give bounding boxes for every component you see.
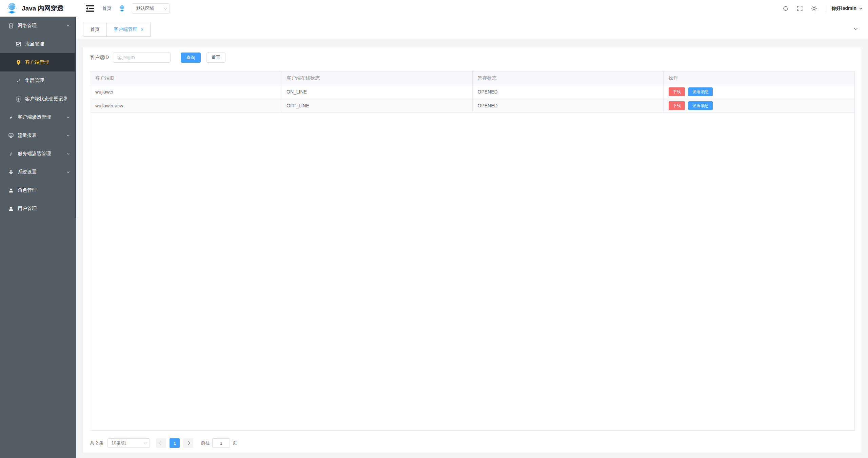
search-label: 客户端ID [90, 55, 109, 61]
table-cell-actions: 下线发送消息 [664, 99, 855, 113]
sidebar-item[interactable]: 流量报表 [0, 126, 76, 145]
menu-fold-icon[interactable] [85, 3, 95, 14]
ufo-logo-icon [5, 2, 18, 15]
document-icon [8, 23, 14, 29]
region-select[interactable]: 默认区域 [132, 3, 170, 14]
pin-icon [16, 60, 21, 65]
ufo-logo-icon [118, 5, 126, 12]
content-card: 客户端ID 查询 重置 客户端ID客户端在线状态暂存状态操作 wujiaweiO… [83, 47, 862, 453]
next-page-button[interactable] [183, 438, 193, 448]
page-number-button[interactable]: 1 [170, 438, 180, 448]
user-icon [8, 188, 14, 193]
sidebar-item[interactable]: 角色管理 [0, 181, 76, 200]
chevron-down-icon [66, 170, 70, 174]
send-message-button[interactable]: 发送消息 [688, 101, 713, 110]
client-id-input[interactable] [113, 53, 171, 63]
prev-page-button[interactable] [156, 438, 166, 448]
offline-button[interactable]: 下线 [669, 87, 685, 96]
tab-actions-button[interactable] [853, 26, 859, 32]
chevron-left-icon [159, 441, 163, 445]
sidebar-scrollbar[interactable] [75, 17, 76, 218]
goto-page-input[interactable] [212, 438, 230, 448]
chevron-down-icon [144, 440, 147, 444]
sidebar-item[interactable]: 网络管理 [0, 17, 76, 35]
search-form: 客户端ID 查询 重置 [90, 53, 855, 63]
column-header: 客户端ID [90, 71, 281, 85]
column-header: 操作 [664, 71, 855, 85]
sidebar-item[interactable]: 系统设置 [0, 163, 76, 181]
chevron-down-icon [66, 115, 70, 119]
link-icon [16, 78, 21, 84]
sidebar-item-label: 集群管理 [25, 78, 44, 84]
top-bar: Java 内网穿透 首页 默认区域 [0, 0, 868, 17]
table-cell-client-id: wujiawei-acw [90, 99, 281, 113]
sidebar-item[interactable]: 服务端渗透管理 [0, 145, 76, 163]
page-size-value: 10条/页 [111, 440, 144, 446]
tab-label: 客户端管理 [114, 26, 137, 33]
table-cell-actions: 下线发送消息 [664, 85, 855, 99]
sidebar-item-label: 流量报表 [18, 132, 37, 139]
column-header: 客户端在线状态 [281, 71, 473, 85]
reset-button[interactable]: 重置 [206, 53, 225, 63]
link-icon [8, 114, 14, 120]
chevron-down-icon [859, 6, 863, 11]
refresh-icon[interactable] [782, 5, 789, 12]
column-header: 暂存状态 [472, 71, 664, 85]
tab-label: 首页 [90, 26, 100, 33]
sidebar-item-label: 服务端渗透管理 [18, 151, 51, 157]
table-cell-store-status: OPENED [472, 99, 664, 113]
chevron-down-icon [163, 6, 167, 9]
fullscreen-icon[interactable] [796, 5, 803, 12]
clients-table: 客户端ID客户端在线状态暂存状态操作 wujiaweiON_LINEOPENED… [90, 71, 855, 431]
send-message-button[interactable]: 发送消息 [688, 87, 713, 96]
chevron-down-icon [853, 26, 859, 32]
sidebar-item[interactable]: 集群管理 [0, 71, 76, 90]
tab[interactable]: 客户端管理× [106, 22, 151, 37]
user-menu[interactable]: 你好!admin [831, 5, 863, 12]
table-row: wujiawei-acwOFF_LINEOPENED下线发送消息 [90, 99, 854, 113]
pagination: 共 2 条 10条/页 1 前往 页 [90, 438, 237, 448]
chevron-down-icon [66, 152, 70, 156]
table-cell-store-status: OPENED [472, 85, 664, 99]
goto-label: 前往 [201, 440, 210, 446]
sidebar-item-label: 客户端渗透管理 [18, 114, 51, 120]
app-logo-area: Java 内网穿透 [0, 0, 76, 17]
board-icon [8, 133, 14, 139]
theme-gear-icon[interactable] [811, 5, 817, 12]
divider [825, 5, 825, 12]
app-title: Java 内网穿透 [22, 4, 64, 13]
sidebar-item-label: 流量管理 [25, 41, 44, 47]
page-unit-label: 页 [233, 440, 237, 446]
sidebar-item-label: 网络管理 [18, 23, 37, 29]
tab[interactable]: 首页 [83, 22, 107, 37]
link-icon [8, 151, 14, 157]
query-button[interactable]: 查询 [181, 53, 201, 63]
table-cell-client-id: wujiawei [90, 85, 281, 99]
table-header-row: 客户端ID客户端在线状态暂存状态操作 [90, 71, 854, 85]
sidebar-item[interactable]: 客户端管理 [0, 53, 76, 71]
chevron-up-icon [66, 24, 70, 28]
sidebar-item-label: 客户端状态变更记录 [25, 96, 68, 102]
sidebar-item-label: 系统设置 [18, 169, 37, 175]
chevron-right-icon [186, 441, 190, 445]
region-select-value: 默认区域 [136, 5, 164, 12]
page-size-select[interactable]: 10条/页 [107, 438, 150, 448]
sidebar-item-label: 角色管理 [18, 187, 37, 193]
document-icon [16, 96, 21, 102]
sidebar-item[interactable]: 客户端状态变更记录 [0, 90, 76, 108]
tab-bar: 首页客户端管理× [76, 17, 868, 39]
user-greeting: 你好!admin [831, 5, 856, 12]
sidebar-item[interactable]: 流量管理 [0, 35, 76, 53]
mic-icon [8, 169, 14, 175]
chevron-down-icon [66, 133, 70, 138]
table-cell-online-status: OFF_LINE [281, 99, 473, 113]
pagination-total: 共 2 条 [90, 440, 103, 446]
sidebar-item[interactable]: 用户管理 [0, 200, 76, 218]
user-icon [8, 206, 14, 212]
sidebar-item[interactable]: 客户端渗透管理 [0, 108, 76, 126]
breadcrumb[interactable]: 首页 [102, 5, 112, 12]
close-icon[interactable]: × [141, 27, 143, 32]
offline-button[interactable]: 下线 [669, 101, 685, 110]
chart-icon [16, 41, 21, 47]
sidebar-item-label: 客户端管理 [25, 59, 49, 65]
